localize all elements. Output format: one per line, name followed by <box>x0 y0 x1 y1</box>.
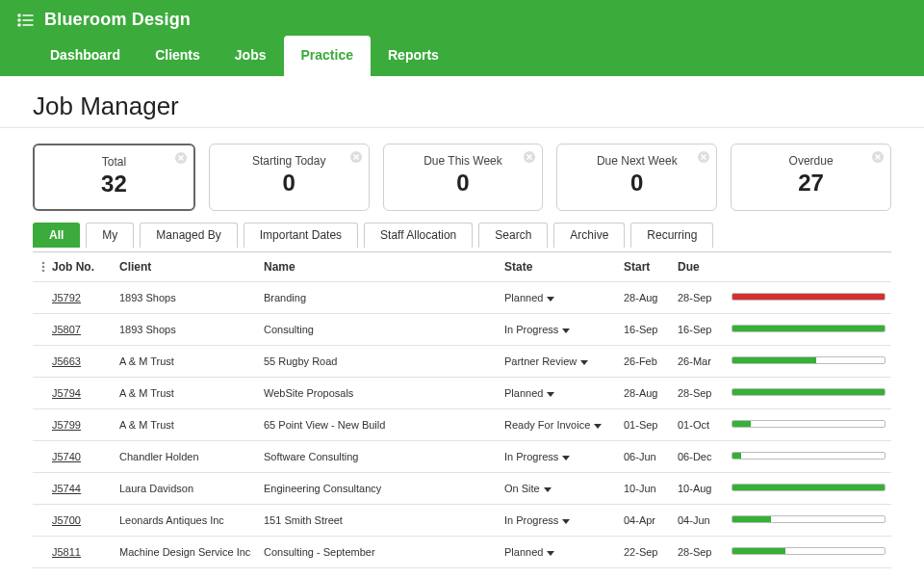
nav-tab-dashboard[interactable]: Dashboard <box>33 36 138 76</box>
svg-point-13 <box>42 270 45 273</box>
cell-client: Chandler Holden <box>114 441 258 472</box>
job-link[interactable]: J5807 <box>52 324 81 335</box>
menu-icon[interactable] <box>17 13 35 27</box>
job-link[interactable]: J5792 <box>52 292 81 303</box>
kpi-label: Overdue <box>741 154 881 168</box>
kpi-total[interactable]: Total32 <box>33 144 195 211</box>
job-link[interactable]: J5799 <box>52 419 81 431</box>
filter-tab-staff-allocation[interactable]: Staff Allocation <box>364 223 473 248</box>
filter-tab-my[interactable]: My <box>86 223 134 248</box>
table-row: J5663A & M Trust55 Rugby RoadPartner Rev… <box>33 346 891 378</box>
cell-state[interactable]: In Progress <box>499 441 618 472</box>
cell-state[interactable]: Planned <box>499 537 618 567</box>
cell-client: Leonards Antiques Inc <box>114 505 258 536</box>
chevron-down-icon <box>547 392 554 397</box>
kpi-label: Total <box>44 155 184 169</box>
cell-due: 01-Oct <box>672 409 726 440</box>
kpi-label: Due Next Week <box>567 154 706 168</box>
kpi-starting-today[interactable]: Starting Today0 <box>209 144 370 211</box>
svg-point-2 <box>18 19 20 21</box>
nav-tab-reports[interactable]: Reports <box>371 36 456 76</box>
job-link[interactable]: J5811 <box>52 546 81 558</box>
close-icon[interactable] <box>174 151 188 165</box>
chevron-down-icon <box>544 487 552 492</box>
chevron-down-icon <box>547 551 554 556</box>
progress-bar <box>732 356 886 364</box>
cell-state[interactable]: In Progress <box>499 314 618 345</box>
kpi-due-next-week[interactable]: Due Next Week0 <box>556 144 717 211</box>
cell-state[interactable]: In Progress <box>499 505 618 536</box>
cell-state[interactable]: On Site <box>499 473 618 504</box>
close-icon[interactable] <box>871 150 885 164</box>
cell-client: A & M Trust <box>114 378 258 408</box>
close-icon[interactable] <box>349 150 363 164</box>
cell-start: 22-Sep <box>618 537 672 567</box>
filter-tab-search[interactable]: Search <box>478 223 548 248</box>
cell-start: 04-Apr <box>618 505 672 536</box>
filter-tabs: AllMyManaged ByImportant DatesStaff Allo… <box>33 223 891 248</box>
cell-client: Machine Design Service Inc <box>114 537 258 567</box>
col-jobno[interactable]: Job No. <box>46 252 114 281</box>
progress-bar <box>732 452 886 460</box>
col-state[interactable]: State <box>499 252 618 281</box>
table-row: J5794A & M TrustWebSite ProposalsPlanned… <box>33 378 891 409</box>
kpi-value: 0 <box>567 170 706 197</box>
col-due[interactable]: Due <box>672 252 726 281</box>
close-icon[interactable] <box>697 150 710 164</box>
progress-bar <box>732 388 886 396</box>
cell-start: 06-Jun <box>618 441 672 472</box>
cell-due: 06-Dec <box>672 441 726 472</box>
cell-name: Software Consulting <box>258 441 499 472</box>
job-link[interactable]: J5740 <box>52 451 81 462</box>
job-link[interactable]: J5794 <box>52 387 81 399</box>
svg-point-4 <box>18 24 20 26</box>
cell-name: Consulting - September <box>258 537 499 567</box>
kpi-due-this-week[interactable]: Due This Week0 <box>383 144 544 211</box>
filter-tab-archive[interactable]: Archive <box>553 223 625 248</box>
kpi-overdue[interactable]: Overdue27 <box>731 144 891 211</box>
chevron-down-icon <box>562 328 570 333</box>
job-grid: Job No. Client Name State Start Due J579… <box>33 251 891 568</box>
filter-tab-recurring[interactable]: Recurring <box>630 223 713 248</box>
job-link[interactable]: J5744 <box>52 483 81 494</box>
cell-client: Laura Davidson <box>114 473 258 504</box>
progress-bar <box>732 547 886 555</box>
cell-state[interactable]: Ready For Invoice <box>499 409 618 440</box>
filter-tab-important-dates[interactable]: Important Dates <box>244 223 358 248</box>
progress-bar <box>732 515 886 523</box>
cell-state[interactable]: Planned <box>499 378 618 408</box>
cell-state[interactable]: Partner Review <box>499 346 618 377</box>
svg-point-11 <box>42 262 45 265</box>
filter-tab-managed-by[interactable]: Managed By <box>140 223 237 248</box>
cell-name: 55 Rugby Road <box>258 346 499 377</box>
cell-due: 28-Sep <box>672 282 726 313</box>
progress-bar <box>732 484 886 491</box>
nav-tab-practice[interactable]: Practice <box>284 36 371 76</box>
cell-client: 1893 Shops <box>114 314 258 345</box>
row-actions-icon[interactable] <box>33 253 46 280</box>
col-name[interactable]: Name <box>258 252 499 281</box>
job-link[interactable]: J5663 <box>52 355 81 367</box>
nav-tab-clients[interactable]: Clients <box>138 36 218 76</box>
cell-start: 26-Feb <box>618 346 672 377</box>
kpi-value: 0 <box>219 170 359 197</box>
page-title: Job Manager <box>33 92 891 121</box>
cell-name: WebSite Proposals <box>258 378 499 408</box>
kpi-value: 0 <box>394 170 533 197</box>
col-client[interactable]: Client <box>114 252 258 281</box>
cell-due: 28-Sep <box>672 537 726 567</box>
cell-due: 28-Sep <box>672 378 726 408</box>
filter-tab-all[interactable]: All <box>33 223 80 248</box>
brand-title: Blueroom Design <box>44 10 191 30</box>
kpi-label: Due This Week <box>394 154 533 168</box>
cell-name: 65 Point View - New Build <box>258 409 499 440</box>
svg-point-0 <box>18 14 20 16</box>
cell-state[interactable]: Planned <box>499 282 618 313</box>
cell-start: 10-Jun <box>618 473 672 504</box>
col-start[interactable]: Start <box>618 252 672 281</box>
cell-start: 16-Sep <box>618 314 672 345</box>
close-icon[interactable] <box>523 150 536 164</box>
job-link[interactable]: J5700 <box>52 514 81 526</box>
nav-tab-jobs[interactable]: Jobs <box>218 36 284 76</box>
cell-client: A & M Trust <box>114 346 258 377</box>
